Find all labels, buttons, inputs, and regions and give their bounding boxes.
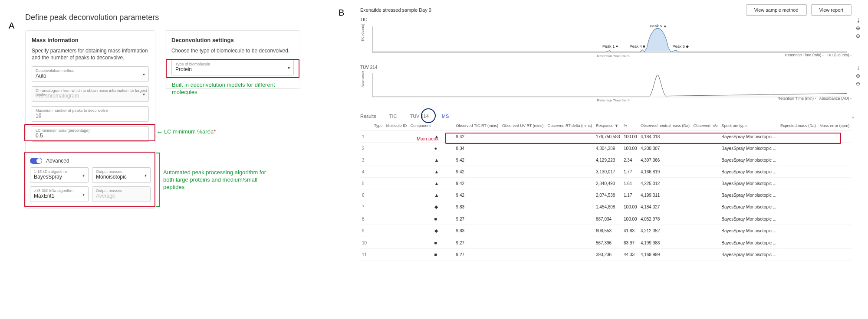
table-row[interactable]: 4▲9.423,130,0171.774,166.819BayesSpray M… bbox=[360, 166, 852, 178]
tic-legend-x: Retention Time (min) - bbox=[785, 53, 824, 57]
bracket-icon bbox=[156, 153, 160, 207]
advanced-heading: Advanced bbox=[46, 158, 69, 164]
view-report-button[interactable]: View report bbox=[811, 4, 852, 16]
svg-text:Peak 1 ●: Peak 1 ● bbox=[602, 44, 618, 49]
table-header-row: Type Molecule ID Component Observed TIC … bbox=[360, 121, 852, 131]
zoom-in-icon[interactable]: ⊕ bbox=[856, 73, 861, 79]
table-row[interactable]: 10■9.27567,39663.974,199.988BayesSpray M… bbox=[360, 237, 852, 249]
table-row[interactable]: 7◆9.831,454,608100.004,184.027BayesSpray… bbox=[360, 201, 852, 213]
table-row[interactable]: 5▲9.422,840,4931.614,225.012BayesSpray M… bbox=[360, 178, 852, 189]
svg-text:Retention Time (min): Retention Time (min) bbox=[597, 54, 630, 57]
svg-text:TIC (Counts): TIC (Counts) bbox=[361, 24, 365, 41]
chevron-down-icon: ▾ bbox=[145, 173, 147, 177]
chevron-down-icon: ▾ bbox=[143, 92, 145, 97]
tab-results[interactable]: Results bbox=[360, 114, 376, 119]
algo-15-300-field[interactable]: >15-300 kDa algorithm MaxEnt1 ▾ bbox=[30, 186, 89, 202]
tic-label: TIC bbox=[360, 17, 852, 22]
decon-heading: Deconvolution settings bbox=[171, 37, 294, 43]
page-title-a: Define peak deconvolution parameters bbox=[25, 13, 329, 22]
decon-settings-card: Deconvolution settings Choose the type o… bbox=[165, 30, 300, 89]
arrow-left-icon: ← bbox=[156, 128, 163, 136]
svg-text:Peak 4 ■: Peak 4 ■ bbox=[630, 44, 645, 49]
annot-autopeak: Automated peak processing algorithm for … bbox=[163, 169, 276, 191]
table-row[interactable]: 6▲9.422,074,5381.174,199.011BayesSpray M… bbox=[360, 189, 852, 201]
output-masses-2-field: Output masses Average bbox=[92, 186, 151, 202]
chrom-label: Chromatogram from which to obtain mass i… bbox=[36, 88, 148, 97]
max-peaks-value: 10 bbox=[36, 113, 41, 119]
tic-legend-y: TIC (Counts) - bbox=[827, 53, 852, 57]
chevron-down-icon: ▾ bbox=[288, 65, 290, 70]
svg-text:Peak 5 ▲: Peak 5 ▲ bbox=[650, 24, 667, 28]
tuv-legend-x: Retention Time (min) - bbox=[777, 96, 816, 101]
table-row[interactable]: 11■9.27393,23644.334,169.999BayesSpray M… bbox=[360, 249, 852, 260]
max-peaks-label: Maximum number of peaks to deconvolve bbox=[36, 108, 108, 113]
chevron-down-icon: ▾ bbox=[143, 72, 145, 77]
svg-text:Peak 6 ◆: Peak 6 ◆ bbox=[673, 44, 689, 49]
table-row[interactable]: 9◆9.83608,55341.834,212.052BayesSpray Mo… bbox=[360, 225, 852, 237]
advanced-toggle[interactable] bbox=[30, 158, 42, 164]
algo-1-15-field[interactable]: 1-15 kDa algorithm BayesSpray ▾ bbox=[30, 167, 89, 183]
biomolecule-type-value: Protein bbox=[175, 66, 192, 72]
sample-title: Exenatide stressed sample Day 0 bbox=[360, 7, 431, 13]
lc-min-field[interactable]: LC minimum area (percentage) 0.5 bbox=[32, 126, 149, 142]
advanced-card: Advanced 1-15 kDa algorithm BayesSpray ▾… bbox=[25, 153, 155, 208]
table-row[interactable]: 3▲9.424,129,2232.344,397.066BayesSpray M… bbox=[360, 154, 852, 166]
decon-method-value: Auto bbox=[36, 73, 46, 79]
tuv-label: TUV 214 bbox=[360, 65, 852, 70]
svg-text:Retention Time (min): Retention Time (min) bbox=[597, 98, 630, 101]
mass-info-desc: Specify parameters for obtaining mass in… bbox=[32, 48, 149, 61]
tuv-chart-area: TUV 214 Retention Time (min) Absorbance … bbox=[360, 65, 852, 101]
tuv-legend-y: Absorbance (AU) - bbox=[819, 96, 852, 101]
zoom-out-icon[interactable]: ⊖ bbox=[856, 81, 861, 87]
lc-min-value: 0.5 bbox=[36, 133, 43, 139]
zoom-out-icon[interactable]: ⊖ bbox=[856, 33, 861, 39]
tabs-row: Results TIC TUV 214 MS ⭳ bbox=[343, 111, 864, 121]
output-masses-1-field[interactable]: Output masses Monoisotopic ▾ bbox=[92, 167, 151, 183]
biomolecule-type-field[interactable]: Type of biomolecule Protein ▾ bbox=[171, 60, 294, 75]
decon-desc: Choose the type of biomolecule to be dec… bbox=[171, 48, 294, 55]
results-table: Type Molecule ID Component Observed TIC … bbox=[360, 121, 852, 261]
table-row[interactable]: 2●8.344,304,289100.004,200.007BayesSpray… bbox=[360, 143, 852, 154]
panel-a-tag: A bbox=[9, 21, 14, 31]
mass-info-heading: Mass information bbox=[32, 37, 149, 43]
decon-method-label: Deconvolution method bbox=[36, 68, 75, 73]
tic-chart[interactable]: Peak 1 ● Peak 4 ■ Peak 5 ▲ Peak 6 ◆ Rete… bbox=[360, 23, 852, 57]
zoom-in-icon[interactable]: ⊕ bbox=[856, 25, 861, 31]
svg-text:Absorbance (AU): Absorbance (AU) bbox=[361, 71, 365, 87]
chevron-down-icon: ▾ bbox=[82, 192, 85, 196]
circle-annotation bbox=[421, 108, 436, 123]
annot-builtin: Built in deconvolution models for differ… bbox=[172, 81, 293, 96]
chevron-down-icon: ▾ bbox=[82, 173, 85, 177]
annot-lcmin: LC minimum %area* bbox=[164, 128, 216, 135]
table-row[interactable]: 8■9.27887,034100.004,052.978BayesSpray M… bbox=[360, 213, 852, 225]
panel-b: B Exenatide stressed sample Day 0 View s… bbox=[343, 0, 864, 319]
mass-info-card: Mass information Specify parameters for … bbox=[25, 30, 155, 155]
view-method-button[interactable]: View sample method bbox=[746, 4, 807, 16]
chromatogram-field[interactable]: Chromatogram from which to obtain mass i… bbox=[32, 86, 149, 102]
panel-a: A Define peak deconvolution parameters bbox=[16, 13, 329, 30]
tic-chart-area: TIC Peak 1 ● Peak 4 ■ Peak 5 ▲ Peak 6 ◆ … bbox=[360, 17, 852, 57]
panel-b-tag: B bbox=[339, 8, 344, 18]
download-icon[interactable]: ⭳ bbox=[856, 65, 861, 71]
panel-b-header: Exenatide stressed sample Day 0 View sam… bbox=[343, 0, 864, 17]
biomolecule-type-label: Type of biomolecule bbox=[175, 62, 210, 66]
main-peak-label: Main peak bbox=[417, 136, 439, 141]
download-icon[interactable]: ⭳ bbox=[851, 113, 856, 119]
tab-ms[interactable]: MS bbox=[442, 114, 449, 119]
tab-tic[interactable]: TIC bbox=[389, 114, 397, 119]
max-peaks-field[interactable]: Maximum number of peaks to deconvolve 10 bbox=[32, 106, 149, 122]
decon-method-field[interactable]: Deconvolution method Auto ▾ bbox=[32, 66, 149, 82]
download-icon[interactable]: ⭳ bbox=[856, 17, 861, 23]
lc-min-label: LC minimum area (percentage) bbox=[36, 128, 90, 133]
